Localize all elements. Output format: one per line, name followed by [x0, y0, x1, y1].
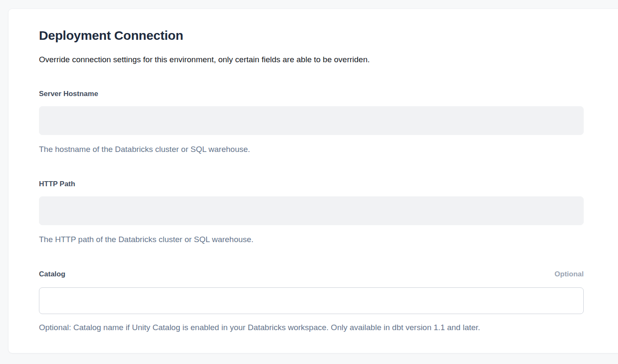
catalog-label: Catalog [39, 270, 65, 279]
field-server-hostname: Server Hostname The hostname of the Data… [39, 89, 584, 154]
catalog-input[interactable] [39, 287, 584, 314]
deployment-connection-card: Deployment Connection Override connectio… [8, 8, 618, 353]
server-hostname-input [39, 106, 584, 135]
http-path-label: HTTP Path [39, 179, 75, 189]
server-hostname-label-row: Server Hostname [39, 89, 584, 99]
catalog-optional-badge: Optional [555, 270, 584, 279]
server-hostname-help: The hostname of the Databricks cluster o… [39, 144, 584, 154]
server-hostname-label: Server Hostname [39, 89, 98, 99]
card-content: Deployment Connection Override connectio… [39, 28, 584, 332]
http-path-help: The HTTP path of the Databricks cluster … [39, 234, 584, 244]
catalog-help: Optional: Catalog name if Unity Catalog … [39, 323, 584, 332]
field-catalog: Catalog Optional Optional: Catalog name … [39, 270, 584, 332]
field-http-path: HTTP Path The HTTP path of the Databrick… [39, 179, 584, 244]
page-title: Deployment Connection [39, 28, 584, 44]
http-path-label-row: HTTP Path [39, 179, 584, 189]
catalog-label-row: Catalog Optional [39, 270, 584, 279]
http-path-input [39, 196, 584, 225]
page-subtitle: Override connection settings for this en… [39, 54, 584, 65]
